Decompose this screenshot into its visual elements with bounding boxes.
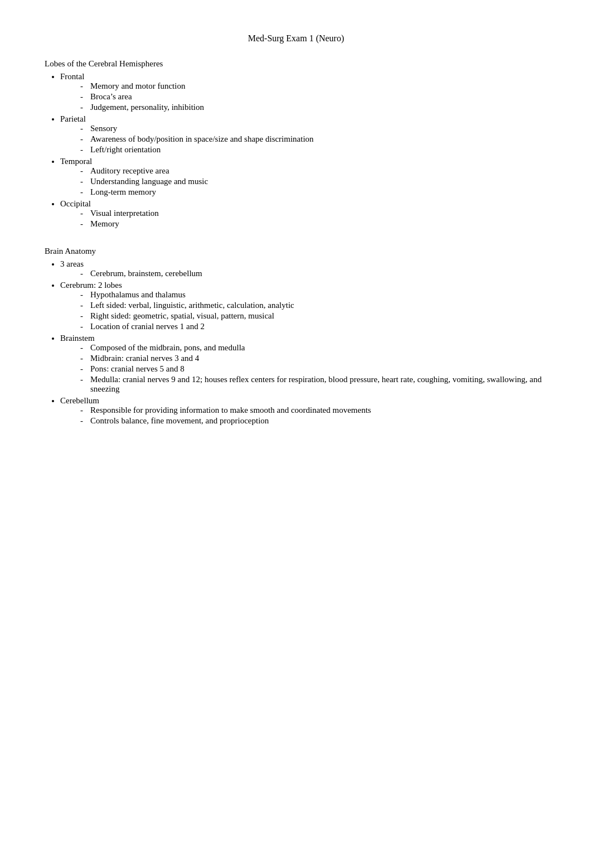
frontal-subitems: Memory and motor function Broca’s area J… — [80, 81, 547, 112]
list-item: Awareness of body/position in space/size… — [80, 134, 547, 144]
temporal-label: Temporal — [60, 157, 92, 166]
list-item: Midbrain: cranial nerves 3 and 4 — [80, 354, 547, 363]
list-item-cerebrum: Cerebrum: 2 lobes Hypothalamus and thala… — [60, 281, 547, 331]
list-item: Visual interpretation — [80, 209, 547, 218]
list-item: Location of cranial nerves 1 and 2 — [80, 322, 547, 331]
cerebrum-subitems: Hypothalamus and thalamus Left sided: ve… — [80, 290, 547, 331]
section1-list: Frontal Memory and motor function Broca’… — [60, 72, 547, 229]
page-title: Med-Surg Exam 1 (Neuro) — [45, 33, 547, 44]
list-item: Memory — [80, 219, 547, 229]
list-item: Composed of the midbrain, pons, and medu… — [80, 343, 547, 353]
section2-heading: Brain Anatomy — [45, 247, 547, 256]
list-item: Cerebrum, brainstem, cerebellum — [80, 269, 547, 278]
parietal-label: Parietal — [60, 114, 86, 123]
brainstem-label: Brainstem — [60, 334, 95, 343]
cerebellum-subitems: Responsible for providing information to… — [80, 406, 547, 426]
list-item: Understanding language and music — [80, 177, 547, 186]
list-item: Medulla: cranial nerves 9 and 12; houses… — [80, 375, 547, 394]
list-item: Judgement, personality, inhibition — [80, 103, 547, 112]
list-item: Hypothalamus and thalamus — [80, 290, 547, 300]
cerebrum-label: Cerebrum: 2 lobes — [60, 281, 122, 290]
occipital-label: Occipital — [60, 199, 91, 208]
list-item: Right sided: geometric, spatial, visual,… — [80, 311, 547, 321]
list-item: Auditory receptive area — [80, 166, 547, 176]
list-item: Broca’s area — [80, 92, 547, 102]
list-item: Left/right orientation — [80, 145, 547, 155]
3areas-label: 3 areas — [60, 259, 84, 268]
parietal-subitems: Sensory Awareness of body/position in sp… — [80, 124, 547, 155]
list-item-parietal: Parietal Sensory Awareness of body/posit… — [60, 114, 547, 155]
list-item-temporal: Temporal Auditory receptive area Underst… — [60, 157, 547, 197]
frontal-label: Frontal — [60, 72, 84, 81]
cerebellum-label: Cerebellum — [60, 396, 99, 405]
list-item: Long-term memory — [80, 187, 547, 197]
list-item: Sensory — [80, 124, 547, 133]
brainstem-subitems: Composed of the midbrain, pons, and medu… — [80, 343, 547, 394]
temporal-subitems: Auditory receptive area Understanding la… — [80, 166, 547, 197]
list-item-3areas: 3 areas Cerebrum, brainstem, cerebellum — [60, 259, 547, 278]
list-item: Memory and motor function — [80, 81, 547, 91]
3areas-subitems: Cerebrum, brainstem, cerebellum — [80, 269, 547, 278]
list-item-frontal: Frontal Memory and motor function Broca’… — [60, 72, 547, 112]
occipital-subitems: Visual interpretation Memory — [80, 209, 547, 229]
list-item-brainstem: Brainstem Composed of the midbrain, pons… — [60, 334, 547, 394]
list-item: Controls balance, fine movement, and pro… — [80, 416, 547, 426]
list-item: Pons: cranial nerves 5 and 8 — [80, 364, 547, 374]
list-item-cerebellum: Cerebellum Responsible for providing inf… — [60, 396, 547, 426]
list-item-occipital: Occipital Visual interpretation Memory — [60, 199, 547, 229]
list-item: Responsible for providing information to… — [80, 406, 547, 415]
list-item: Left sided: verbal, linguistic, arithmet… — [80, 301, 547, 310]
section1-heading: Lobes of the Cerebral Hemispheres — [45, 59, 547, 69]
section2-list: 3 areas Cerebrum, brainstem, cerebellum … — [60, 259, 547, 426]
